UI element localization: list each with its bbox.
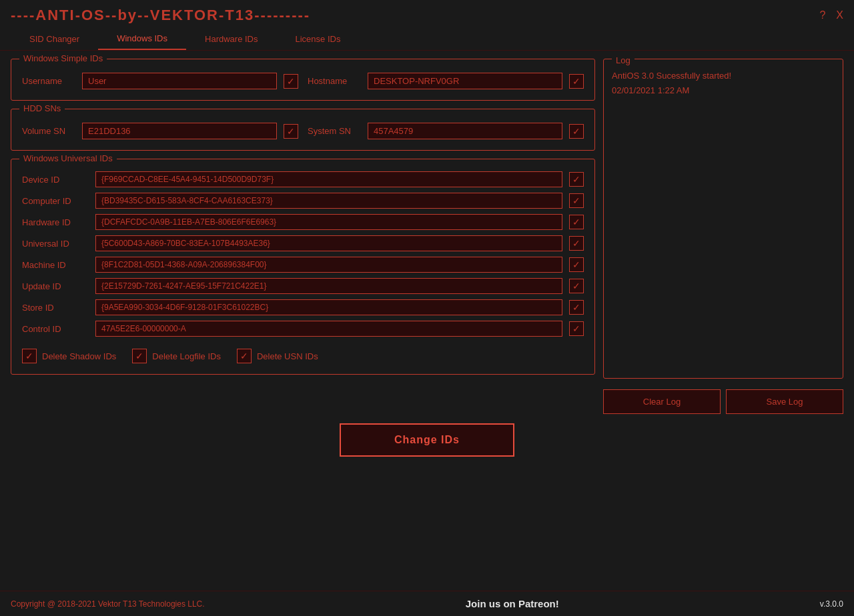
universal-field-input[interactable] (95, 193, 562, 209)
universal-fields-container: Device IDComputer IDHardware IDUniversal… (22, 171, 584, 337)
universal-field-label: Universal ID (22, 239, 89, 249)
universal-field-label: Control ID (22, 324, 89, 334)
hostname-input[interactable] (368, 73, 562, 89)
help-button[interactable]: ? (819, 9, 825, 21)
universal-field-checkbox[interactable] (569, 257, 584, 272)
version-text: v.3.0.0 (820, 599, 843, 609)
option-shadow[interactable]: Delete Shadow IDs (22, 349, 116, 363)
universal-field-input[interactable] (95, 214, 562, 230)
patreon-text: Join us on Patreon! (466, 598, 559, 609)
shadow-label: Delete Shadow IDs (42, 351, 116, 361)
tab-hardware-ids[interactable]: Hardware IDs (186, 28, 276, 50)
username-input[interactable] (82, 73, 277, 89)
username-field-group: Username (22, 73, 298, 89)
left-panel: Windows Simple IDs Username Hostname HDD… (11, 59, 595, 414)
universal-field-input[interactable] (95, 299, 562, 315)
universal-field-input[interactable] (95, 257, 562, 273)
option-logfile[interactable]: Delete Logfile IDs (132, 349, 221, 363)
volume-sn-group: Volume SN (22, 123, 298, 139)
log-content: AntiOS 3.0 Sucessfully started! 02/01/20… (612, 69, 835, 98)
tab-license-ids[interactable]: License IDs (276, 28, 359, 50)
universal-field-label: Store ID (22, 303, 89, 313)
universal-field-checkbox[interactable] (569, 236, 584, 251)
log-line-0: AntiOS 3.0 Sucessfully started! (612, 69, 835, 83)
logfile-label: Delete Logfile IDs (152, 351, 221, 361)
universal-field-checkbox[interactable] (569, 279, 584, 293)
system-sn-input[interactable] (368, 123, 562, 139)
universal-field-row: Device ID (22, 171, 584, 187)
log-line-1: 02/01/2021 1:22 AM (612, 83, 835, 98)
app-title: ----ANTI-OS--by--VEKTOR-T13--------- (11, 7, 310, 24)
hostname-label: Hostname (308, 76, 361, 86)
usn-checkbox[interactable] (237, 349, 252, 363)
username-label: Username (22, 76, 75, 86)
right-panel: Log AntiOS 3.0 Sucessfully started! 02/0… (603, 59, 843, 414)
tab-sid-changer[interactable]: SID Changer (11, 28, 98, 50)
universal-field-row: Update ID (22, 278, 584, 294)
system-sn-checkbox[interactable] (569, 124, 584, 139)
hdd-sns-row: Volume SN System SN (22, 123, 584, 139)
logfile-checkbox[interactable] (132, 349, 147, 363)
shadow-checkbox[interactable] (22, 349, 37, 363)
hostname-field-group: Hostname (308, 73, 584, 89)
log-legend: Log (612, 53, 634, 68)
universal-field-label: Update ID (22, 281, 89, 291)
log-buttons: Clear Log Save Log (603, 389, 843, 414)
footer: Copyright @ 2018-2021 Vektor T13 Technol… (0, 591, 854, 616)
universal-field-checkbox[interactable] (569, 321, 584, 336)
volume-sn-label: Volume SN (22, 126, 75, 136)
universal-field-input[interactable] (95, 235, 562, 251)
tab-bar: SID Changer Windows IDs Hardware IDs Lic… (0, 28, 854, 51)
system-sn-label: System SN (308, 126, 361, 136)
simple-ids-legend: Windows Simple IDs (19, 53, 107, 63)
universal-field-label: Computer ID (22, 196, 89, 206)
universal-field-checkbox[interactable] (569, 300, 584, 315)
clear-log-button[interactable]: Clear Log (603, 389, 721, 414)
universal-field-label: Machine ID (22, 260, 89, 270)
hdd-sns-group: HDD SNs Volume SN System SN (11, 109, 595, 151)
universal-field-input[interactable] (95, 321, 562, 337)
simple-ids-group: Windows Simple IDs Username Hostname (11, 59, 595, 101)
main-content: Windows Simple IDs Username Hostname HDD… (0, 59, 854, 414)
titlebar: ----ANTI-OS--by--VEKTOR-T13--------- ? X (0, 0, 854, 28)
volume-sn-checkbox[interactable] (284, 124, 298, 139)
hostname-checkbox[interactable] (569, 74, 584, 89)
close-button[interactable]: X (836, 9, 843, 21)
options-row: Delete Shadow IDs Delete Logfile IDs Del… (22, 349, 584, 363)
universal-field-label: Device ID (22, 175, 89, 185)
universal-field-row: Computer ID (22, 193, 584, 209)
universal-field-checkbox[interactable] (569, 193, 584, 208)
username-checkbox[interactable] (284, 74, 298, 89)
universal-field-label: Hardware ID (22, 217, 89, 227)
universal-field-input[interactable] (95, 278, 562, 294)
save-log-button[interactable]: Save Log (726, 389, 843, 414)
universal-ids-group: Windows Universal IDs Device IDComputer … (11, 159, 595, 375)
universal-field-row: Machine ID (22, 257, 584, 273)
universal-ids-legend: Windows Universal IDs (19, 153, 117, 163)
tab-windows-ids[interactable]: Windows IDs (98, 28, 186, 50)
universal-field-checkbox[interactable] (569, 215, 584, 229)
universal-field-row: Control ID (22, 321, 584, 337)
usn-label: Delete USN IDs (257, 351, 318, 361)
volume-sn-input[interactable] (82, 123, 277, 139)
log-box: Log AntiOS 3.0 Sucessfully started! 02/0… (603, 59, 843, 379)
universal-field-input[interactable] (95, 171, 562, 187)
simple-ids-row: Username Hostname (22, 73, 584, 89)
titlebar-controls: ? X (819, 9, 843, 21)
hdd-sns-legend: HDD SNs (19, 103, 65, 113)
change-ids-area: Change IDs (0, 423, 854, 457)
system-sn-group: System SN (308, 123, 584, 139)
universal-field-row: Universal ID (22, 235, 584, 251)
universal-field-row: Hardware ID (22, 214, 584, 230)
option-usn[interactable]: Delete USN IDs (237, 349, 318, 363)
copyright-text: Copyright @ 2018-2021 Vektor T13 Technol… (11, 599, 205, 609)
universal-field-row: Store ID (22, 299, 584, 315)
universal-field-checkbox[interactable] (569, 172, 584, 187)
change-ids-button[interactable]: Change IDs (340, 423, 514, 457)
